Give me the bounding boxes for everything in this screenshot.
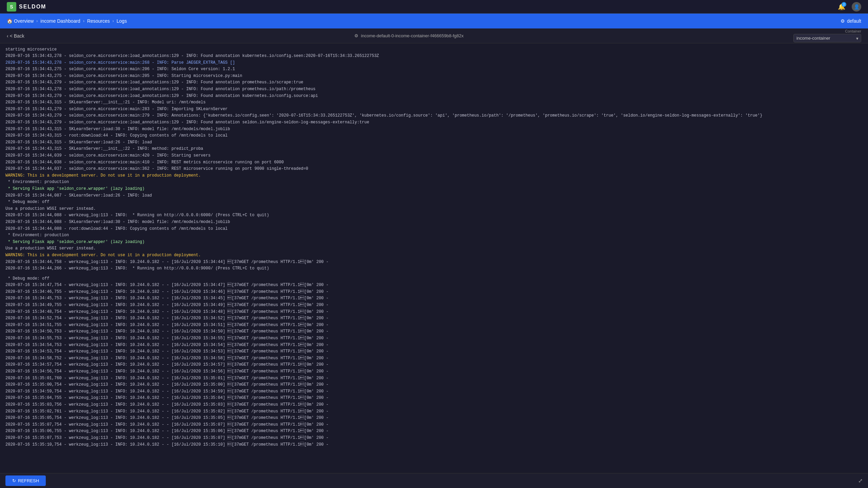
log-line: 2020-07-16 15:34:56,754 - werkzeug_log:1… [5, 368, 863, 375]
log-line: 2020-07-16 15:34:43,279 - seldon_core.mi… [5, 106, 863, 113]
breadcrumb-nav: 🏠 Overview › income Dashboard › Resource… [0, 14, 868, 28]
log-line: 2020-07-16 15:35:06,755 - werkzeug_log:1… [5, 428, 863, 435]
breadcrumb-resources-label: Resources [87, 18, 110, 24]
log-line: 2020-07-16 15:34:53,754 - werkzeug_log:1… [5, 348, 863, 355]
log-line: starting microservice [5, 46, 863, 53]
log-line: 2020-07-16 15:35:02,761 - werkzeug_log:1… [5, 408, 863, 415]
breadcrumb-income-dashboard[interactable]: income Dashboard [40, 18, 80, 24]
container-select-wrapper[interactable]: income-container [793, 34, 861, 42]
breadcrumb-income-label: income Dashboard [40, 18, 80, 24]
log-line: 2020-07-16 15:34:43,315 - SKLearnServer:… [5, 99, 863, 106]
back-button[interactable]: ‹ < Back [7, 33, 24, 39]
log-line: 2020-07-16 15:34:46,755 - werkzeug_log:1… [5, 288, 863, 295]
breadcrumb-logs-label: Logs [117, 18, 127, 24]
log-line: * Serving Flask app 'seldon_core.wrapper… [5, 239, 863, 245]
log-line: 2020-07-16 15:34:43,279 - seldon_core.mi… [5, 79, 863, 86]
breadcrumb-logs[interactable]: Logs [117, 18, 127, 24]
main-content: ‹ < Back ⚙ income-default-0-income-conta… [0, 28, 868, 488]
log-line: 2020-07-16 15:34:50,753 - werkzeug_log:1… [5, 328, 863, 335]
log-line: 2020-07-16 15:34:55,753 - werkzeug_log:1… [5, 335, 863, 342]
log-line: 2020-07-16 15:34:52,754 - werkzeug_log:1… [5, 315, 863, 322]
logo-icon: S [7, 2, 16, 12]
log-line: 2020-07-16 15:34:43,278 - seldon_core.mi… [5, 86, 863, 93]
log-line: 2020-07-16 15:35:01,760 - werkzeug_log:1… [5, 375, 863, 382]
log-line: 2020-07-16 15:34:44,088 - root:download:… [5, 225, 863, 232]
log-line: 2020-07-16 15:34:51,755 - werkzeug_log:1… [5, 322, 863, 328]
user-avatar[interactable]: 👤 [852, 2, 861, 12]
log-line: 2020-07-16 15:34:43,278 - seldon_core.mi… [5, 53, 863, 60]
notification-bell-icon[interactable]: 🔔 2 [837, 2, 846, 12]
log-line: 2020-07-16 15:34:48,754 - werkzeug_log:1… [5, 308, 863, 315]
log-line: 2020-07-16 15:34:43,278 - seldon_core.mi… [5, 59, 863, 66]
log-line: * Environment: production [5, 179, 863, 186]
back-arrow-icon: ‹ [7, 33, 8, 39]
breadcrumb-sep-1: › [36, 19, 38, 23]
log-line: 2020-07-16 15:34:44,037 - seldon_core.mi… [5, 166, 863, 172]
header-right: 🔔 2 👤 [837, 2, 861, 12]
log-line: 2020-07-16 15:34:43,279 - seldon_core.mi… [5, 113, 863, 119]
log-line: 2020-07-16 15:35:00,754 - werkzeug_log:1… [5, 382, 863, 388]
log-line: 2020-07-16 15:35:04,755 - werkzeug_log:1… [5, 395, 863, 402]
log-line: 2020-07-16 15:35:03,756 - werkzeug_log:1… [5, 401, 863, 408]
log-line: 2020-07-16 15:34:58,752 - werkzeug_log:1… [5, 355, 863, 362]
refresh-button[interactable]: ↻ REFRESH [5, 475, 46, 486]
top-header: S SELDOM 🔔 2 👤 [0, 0, 868, 14]
log-line: * Debug mode: off [5, 275, 863, 282]
log-area[interactable]: starting microservice2020-07-16 15:34:43… [0, 43, 868, 473]
log-line: 2020-07-16 15:35:07,753 - werkzeug_log:1… [5, 434, 863, 441]
log-line: 2020-07-16 15:34:44,038 - seldon_core.mi… [5, 159, 863, 166]
log-line: * Debug mode: off [5, 199, 863, 206]
log-line: 2020-07-16 15:35:10,754 - werkzeug_log:1… [5, 441, 863, 448]
breadcrumb-sep-3: › [113, 19, 114, 23]
back-label: < Back [10, 33, 24, 39]
log-line: 2020-07-16 15:34:49,755 - werkzeug_log:1… [5, 302, 863, 309]
breadcrumb-home[interactable]: 🏠 Overview [7, 18, 34, 24]
log-line: Use a production WSGI server instead. [5, 245, 863, 252]
breadcrumb-default-section: ⚙ default [841, 18, 861, 24]
container-label: Container [845, 29, 861, 33]
logo-text: SELDOM [19, 4, 46, 10]
breadcrumb-overview-label: Overview [14, 18, 34, 24]
log-line: 2020-07-16 15:34:47,754 - werkzeug_log:1… [5, 282, 863, 289]
log-line: WARNING: This is a development server. D… [5, 172, 863, 179]
log-line: 2020-07-16 15:34:43,315 - SKLearnServer:… [5, 146, 863, 152]
log-line: 2020-07-16 15:34:44,088 - werkzeug_log:1… [5, 212, 863, 219]
log-line: 2020-07-16 15:34:57,754 - werkzeug_log:1… [5, 362, 863, 368]
log-line: 2020-07-16 15:34:43,275 - seldon_core.mi… [5, 73, 863, 79]
default-label: default [847, 18, 861, 24]
log-line: 2020-07-16 15:34:43,275 - seldon_core.mi… [5, 66, 863, 73]
container-select[interactable]: income-container [793, 34, 861, 42]
log-line: 2020-07-16 15:35:05,754 - werkzeug_log:1… [5, 415, 863, 422]
log-line: 2020-07-16 15:34:43,315 - SKLearnServer:… [5, 139, 863, 146]
log-line: WARNING: This is a development server. D… [5, 252, 863, 259]
log-line: * Environment: production [5, 232, 863, 239]
log-line: 2020-07-16 15:34:45,753 - werkzeug_log:1… [5, 295, 863, 302]
expand-icon[interactable]: ⤢ [858, 477, 863, 484]
breadcrumb-sep-2: › [83, 19, 84, 23]
pod-icon: ⚙ [354, 33, 358, 38]
log-line: 2020-07-16 15:34:59,754 - werkzeug_log:1… [5, 388, 863, 395]
notification-badge: 2 [842, 2, 846, 7]
pod-name: income-default-0-income-container-f46665… [361, 33, 464, 38]
log-line: 2020-07-16 15:34:44,039 - seldon_core.mi… [5, 152, 863, 159]
log-line: 2020-07-16 15:34:44,087 - SKLearnServer:… [5, 192, 863, 199]
settings-icon: ⚙ [841, 18, 845, 24]
logo: S SELDOM [7, 2, 46, 12]
container-select-area: Container income-container [793, 29, 861, 42]
log-line: 2020-07-16 15:34:43,279 - seldon_core.mi… [5, 93, 863, 99]
log-line: 2020-07-16 15:34:43,315 - root:download:… [5, 133, 863, 139]
log-line: * Serving Flask app 'seldon_core.wrapper… [5, 185, 863, 192]
breadcrumb-resources[interactable]: Resources [87, 18, 110, 24]
log-line: 2020-07-16 15:34:44,266 - werkzeug_log:1… [5, 265, 863, 272]
refresh-icon: ↻ [12, 478, 16, 483]
home-icon: 🏠 [7, 18, 13, 24]
container-info: ⚙ income-default-0-income-container-f466… [354, 33, 464, 38]
breadcrumb: 🏠 Overview › income Dashboard › Resource… [7, 18, 127, 24]
log-line: 2020-07-16 15:34:43,315 - SKLearnServer:… [5, 126, 863, 133]
log-line: 2020-07-16 15:34:54,753 - werkzeug_log:1… [5, 342, 863, 348]
log-line: Use a production WSGI server instead. [5, 205, 863, 212]
log-line: 2020-07-16 15:35:07,754 - werkzeug_log:1… [5, 421, 863, 428]
log-line [5, 272, 863, 275]
log-line: 2020-07-16 15:34:44,758 - werkzeug_log:1… [5, 259, 863, 265]
sub-header: ‹ < Back ⚙ income-default-0-income-conta… [0, 28, 868, 43]
